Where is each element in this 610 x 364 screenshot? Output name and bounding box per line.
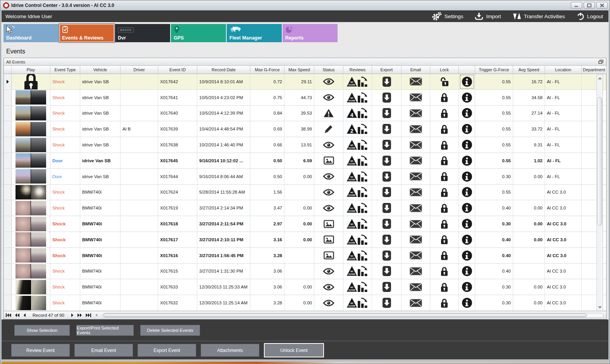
event-video-thumbnail[interactable] xyxy=(16,232,46,247)
info-icon[interactable] xyxy=(462,282,472,292)
tile-dvr[interactable]: MERGEDvr xyxy=(115,24,170,42)
info-icon[interactable] xyxy=(462,266,472,276)
review-score-icon[interactable]: NOSCORE xyxy=(346,297,369,309)
table-row[interactable]: Shockidrive Van SBX01764010/5/2014 4:12:… xyxy=(4,106,606,122)
lock-icon[interactable] xyxy=(440,108,448,118)
restore-panel-icon[interactable] xyxy=(598,60,604,64)
export-event-icon[interactable] xyxy=(382,250,391,261)
lock-icon[interactable] xyxy=(440,171,448,182)
event-video-thumbnail[interactable] xyxy=(16,90,46,105)
unlock-event-button[interactable]: Unlock Event xyxy=(264,343,324,357)
scroll-down-icon[interactable] xyxy=(597,304,603,311)
review-event-button[interactable]: Review Event xyxy=(11,344,70,357)
export-event-icon[interactable] xyxy=(382,139,391,150)
column-header-vehicle[interactable]: Vehicle xyxy=(80,66,121,74)
event-video-thumbnail[interactable] xyxy=(16,296,46,310)
tile-dashboard[interactable]: Dashboard xyxy=(3,24,59,42)
email-event-icon[interactable] xyxy=(410,299,422,307)
table-row[interactable]: ShockBMW740iX0176163/27/2014 1:56:45 PM3… xyxy=(4,248,606,264)
column-header-avg-speed[interactable]: Avg Speed xyxy=(513,66,545,74)
info-icon[interactable] xyxy=(462,297,472,308)
export-print-selected-events-button[interactable]: Export/Print Selected Events xyxy=(76,325,134,336)
column-header-event-id[interactable]: Event ID xyxy=(158,66,197,74)
column-header-info[interactable] xyxy=(459,66,475,74)
last-record-button[interactable] xyxy=(86,313,91,318)
info-icon[interactable] xyxy=(462,155,472,166)
column-header-location[interactable]: Location xyxy=(545,66,582,74)
export-event-icon[interactable] xyxy=(382,203,391,213)
review-score-icon[interactable]: 4 xyxy=(346,107,369,119)
table-row[interactable]: Shockidrive Van SBAl BX01763910/4/2014 4… xyxy=(4,121,606,137)
export-event-icon[interactable] xyxy=(382,155,391,166)
review-score-icon[interactable]: NOSCORE xyxy=(346,171,369,182)
email-event-icon[interactable] xyxy=(410,141,422,149)
column-header-gutter[interactable] xyxy=(4,66,12,74)
review-score-icon[interactable]: NOSCORE xyxy=(346,234,369,246)
column-header-reviews[interactable]: Reviews xyxy=(343,66,372,74)
lock-icon[interactable] xyxy=(440,155,448,166)
lock-icon[interactable] xyxy=(440,203,448,213)
settings-button[interactable]: Settings xyxy=(432,12,464,21)
export-event-icon[interactable] xyxy=(382,218,391,229)
maximize-button[interactable] xyxy=(584,2,595,9)
lock-icon[interactable] xyxy=(440,282,448,292)
lock-icon[interactable] xyxy=(440,124,448,134)
tile-reports[interactable]: Reports xyxy=(283,24,338,42)
column-header-event-type[interactable]: Event Type xyxy=(50,66,80,74)
email-event-icon[interactable] xyxy=(410,172,422,180)
email-event-icon[interactable] xyxy=(410,283,422,291)
email-event-icon[interactable] xyxy=(410,267,422,275)
column-header-email[interactable]: Email xyxy=(401,66,430,74)
event-video-thumbnail[interactable] xyxy=(16,217,46,231)
info-icon[interactable] xyxy=(462,108,472,118)
email-event-icon[interactable] xyxy=(410,156,422,165)
lock-icon[interactable] xyxy=(440,219,448,229)
lock-icon[interactable] xyxy=(440,187,448,197)
column-header-driver[interactable]: Driver xyxy=(121,66,158,74)
export-event-icon[interactable] xyxy=(382,266,391,276)
export-event-button[interactable]: Export Event xyxy=(138,344,196,357)
info-icon[interactable] xyxy=(462,234,472,245)
export-event-icon[interactable] xyxy=(382,297,391,308)
show-selection-button[interactable]: Show Selection xyxy=(14,325,70,336)
event-video-thumbnail[interactable] xyxy=(16,201,46,215)
review-score-icon[interactable]: NOSCORE xyxy=(346,250,369,261)
transfer-activities-button[interactable]: Transfer Activities xyxy=(513,12,565,20)
review-score-icon[interactable]: NOSCORE xyxy=(346,202,369,214)
vertical-scrollbar[interactable] xyxy=(596,74,603,311)
email-event-icon[interactable] xyxy=(410,109,422,117)
column-header-trigger-g-force[interactable]: Trigger G-Force xyxy=(475,66,513,74)
event-video-thumbnail[interactable] xyxy=(16,248,46,263)
event-video-thumbnail[interactable] xyxy=(16,264,46,278)
email-event-icon[interactable] xyxy=(410,93,422,101)
export-event-icon[interactable] xyxy=(382,124,391,134)
column-header-play[interactable]: Play xyxy=(12,66,50,74)
email-event-icon[interactable] xyxy=(410,188,422,196)
event-video-thumbnail[interactable] xyxy=(16,153,46,168)
table-row[interactable]: Dooridrive Van SBX0176449/16/2014 8:06:4… xyxy=(4,169,606,185)
close-button[interactable] xyxy=(596,2,608,9)
horizontal-scroll-thumb[interactable] xyxy=(103,314,587,317)
table-row[interactable]: Shockidrive Van SBX01764210/9/2014 8:10:… xyxy=(4,74,606,90)
email-event-icon[interactable] xyxy=(410,204,422,212)
table-row[interactable]: Shockidrive Van SBX01763810/2/2014 1:46:… xyxy=(4,137,606,153)
event-video-thumbnail[interactable] xyxy=(16,169,46,184)
lock-icon[interactable] xyxy=(440,92,448,103)
lock-icon[interactable] xyxy=(440,298,448,308)
info-icon[interactable] xyxy=(462,171,472,182)
unlock-icon[interactable] xyxy=(440,76,449,87)
info-icon[interactable] xyxy=(462,124,472,134)
previous-record-button[interactable] xyxy=(23,313,26,318)
first-record-button[interactable] xyxy=(5,313,11,318)
review-score-icon[interactable]: NOSCORE xyxy=(346,155,369,167)
event-video-thumbnail[interactable] xyxy=(16,185,46,199)
review-score-icon[interactable]: NOSCORE xyxy=(346,76,369,88)
event-video-thumbnail[interactable] xyxy=(16,122,46,136)
column-header-export[interactable]: Export xyxy=(372,66,401,74)
export-event-icon[interactable] xyxy=(382,108,391,118)
table-row[interactable]: Shockidrive Van SBX01764110/5/2014 4:23:… xyxy=(4,90,606,106)
fast-back-button[interactable] xyxy=(15,313,20,318)
email-event-button[interactable]: Email Event xyxy=(74,344,133,357)
table-row[interactable]: ShockBMW740iX0176193/27/2014 2:14:34 PM3… xyxy=(4,200,606,216)
lock-icon[interactable] xyxy=(440,140,448,150)
